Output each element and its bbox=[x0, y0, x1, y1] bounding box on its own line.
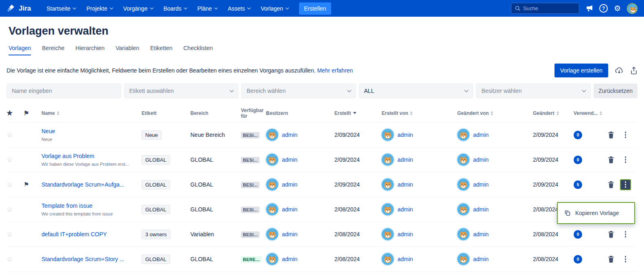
tab-hierarchien[interactable]: Hierarchien bbox=[76, 45, 105, 55]
owner-link[interactable]: admin bbox=[282, 231, 297, 237]
kebab-menu-button[interactable] bbox=[620, 154, 631, 165]
template-subtitle: Neue bbox=[41, 137, 136, 142]
template-subtitle: Wir haben diese Vorlage aus Problem erst… bbox=[41, 162, 136, 167]
created-by-link[interactable]: admin bbox=[397, 181, 413, 188]
column-header-erstellt-von[interactable]: Erstellt von bbox=[382, 110, 457, 116]
announcements-icon[interactable] bbox=[585, 5, 593, 12]
kebab-menu-button[interactable] bbox=[620, 179, 631, 190]
sort-icon bbox=[57, 111, 59, 115]
created-by-link[interactable]: admin bbox=[397, 256, 413, 262]
star-icon[interactable]: ☆ bbox=[7, 206, 13, 213]
template-name-link[interactable]: default IT+problem COPY bbox=[41, 231, 136, 237]
scope-value: GLOBAL bbox=[190, 206, 241, 213]
column-header-erstellt[interactable]: Erstellt bbox=[334, 110, 382, 116]
modified-by-avatar bbox=[457, 129, 469, 141]
trash-icon[interactable] bbox=[608, 231, 614, 238]
page-tabs: Vorlagen Bereiche Hierarchien Variablen … bbox=[9, 45, 637, 55]
copy-template-menu-item[interactable]: Kopieren Vorlage bbox=[575, 210, 619, 216]
tab-variablen[interactable]: Variablen bbox=[116, 45, 139, 55]
owner-link[interactable]: admin bbox=[282, 206, 297, 213]
scope-value: GLOBAL bbox=[190, 156, 241, 163]
kebab-menu-button[interactable] bbox=[620, 229, 631, 240]
column-header-verfuegbar[interactable]: Verfügbar für bbox=[241, 108, 266, 119]
flag-column-icon[interactable]: ⚑ bbox=[24, 110, 29, 117]
owner-link[interactable]: admin bbox=[282, 181, 297, 188]
owner-avatar bbox=[266, 203, 278, 215]
flag-icon[interactable]: ⚑ bbox=[24, 181, 29, 188]
template-name-link[interactable]: Standardvorlage Scrum+Story ... bbox=[41, 256, 136, 262]
template-name-link[interactable]: Standardvorlage Scrum+Aufga... bbox=[41, 181, 136, 188]
modified-by-link[interactable]: admin bbox=[473, 231, 489, 237]
column-header-geaendert[interactable]: Geändert bbox=[533, 110, 574, 116]
kebab-menu-button[interactable] bbox=[620, 130, 631, 141]
created-by-link[interactable]: admin bbox=[397, 231, 413, 237]
trash-icon[interactable] bbox=[608, 256, 614, 263]
help-icon[interactable]: ? bbox=[599, 4, 608, 13]
jira-logo[interactable]: Jira bbox=[7, 4, 31, 13]
search-input[interactable] bbox=[523, 5, 572, 11]
search-icon bbox=[515, 6, 520, 11]
label-filter-select[interactable]: Etikett auswählen bbox=[124, 84, 239, 98]
owner-link[interactable]: admin bbox=[282, 256, 297, 262]
usage-count-badge: 0 bbox=[574, 131, 582, 139]
nav-item-plaene[interactable]: Pläne bbox=[197, 5, 217, 12]
trash-icon[interactable] bbox=[608, 156, 614, 163]
trash-icon[interactable] bbox=[608, 132, 614, 138]
availability-filter-select[interactable]: ALL bbox=[359, 84, 474, 98]
nav-item-vorgaenge[interactable]: Vorgänge bbox=[123, 5, 153, 12]
template-name-link[interactable]: Vorlage aus Problem bbox=[41, 153, 136, 159]
modified-date: 2/09/2024 bbox=[533, 132, 574, 138]
nav-item-vorlagen[interactable]: Vorlagen bbox=[261, 5, 288, 12]
column-header-geaendert-von[interactable]: Geändert von bbox=[457, 110, 533, 116]
export-icon[interactable] bbox=[630, 66, 637, 75]
tab-etiketten[interactable]: Etiketten bbox=[150, 45, 172, 55]
modified-by-link[interactable]: admin bbox=[473, 132, 489, 138]
create-template-button[interactable]: Vorlage erstellen bbox=[554, 64, 608, 77]
trash-icon[interactable] bbox=[608, 181, 614, 188]
owner-filter-select[interactable]: Besitzer wählen bbox=[476, 84, 591, 98]
template-name-link[interactable]: Template from issue bbox=[41, 202, 136, 209]
template-name-link[interactable]: Neue bbox=[41, 128, 136, 134]
owner-link[interactable]: admin bbox=[282, 156, 297, 163]
modified-date: 2/09/2024 bbox=[533, 156, 574, 163]
create-button[interactable]: Erstellen bbox=[299, 2, 331, 15]
star-icon[interactable]: ☆ bbox=[7, 231, 13, 238]
user-avatar[interactable] bbox=[627, 3, 637, 14]
created-by-link[interactable]: admin bbox=[397, 206, 413, 213]
modified-by-link[interactable]: admin bbox=[473, 206, 489, 213]
tab-checklisten[interactable]: Checklisten bbox=[183, 45, 213, 55]
owner-avatar bbox=[266, 154, 278, 166]
modified-by-link[interactable]: admin bbox=[473, 156, 489, 163]
created-by-link[interactable]: admin bbox=[397, 132, 413, 138]
kebab-menu-button[interactable] bbox=[620, 254, 631, 265]
nav-item-assets[interactable]: Assets bbox=[228, 5, 250, 12]
modified-date: 2/09/2024 bbox=[533, 181, 574, 188]
created-by-link[interactable]: admin bbox=[397, 156, 413, 163]
column-header-name[interactable]: Name bbox=[41, 110, 142, 116]
star-icon[interactable]: ☆ bbox=[7, 156, 13, 164]
nav-item-startseite[interactable]: Startseite bbox=[46, 5, 76, 12]
star-column-icon[interactable]: ★ bbox=[7, 109, 13, 117]
scope-filter-select[interactable]: Bereich wählen bbox=[241, 84, 356, 98]
global-search[interactable] bbox=[511, 3, 579, 14]
star-icon[interactable]: ☆ bbox=[7, 181, 13, 189]
star-icon[interactable]: ☆ bbox=[7, 131, 13, 139]
reset-filters-button[interactable]: Zurücksetzen bbox=[594, 84, 637, 98]
modified-by-link[interactable]: admin bbox=[473, 256, 489, 262]
tab-vorlagen[interactable]: Vorlagen bbox=[9, 45, 31, 55]
tab-bereiche[interactable]: Bereiche bbox=[42, 45, 64, 55]
star-icon[interactable]: ☆ bbox=[7, 255, 13, 263]
import-cloud-icon[interactable] bbox=[615, 66, 624, 75]
usage-count-badge: 0 bbox=[574, 156, 582, 164]
settings-gear-icon[interactable]: ⚙ bbox=[614, 4, 621, 12]
label-chip: GLOBAL bbox=[142, 255, 170, 264]
column-header-verwendung[interactable]: Verwend... bbox=[574, 110, 608, 116]
learn-more-link[interactable]: Mehr erfahren bbox=[317, 67, 353, 74]
chevron-down-icon bbox=[465, 88, 469, 92]
owner-avatar bbox=[266, 178, 278, 191]
owner-link[interactable]: admin bbox=[282, 132, 297, 138]
nav-item-boards[interactable]: Boards bbox=[164, 5, 187, 12]
nav-item-projekte[interactable]: Projekte bbox=[86, 5, 112, 12]
modified-by-link[interactable]: admin bbox=[473, 181, 489, 188]
name-filter-input[interactable] bbox=[7, 84, 121, 98]
